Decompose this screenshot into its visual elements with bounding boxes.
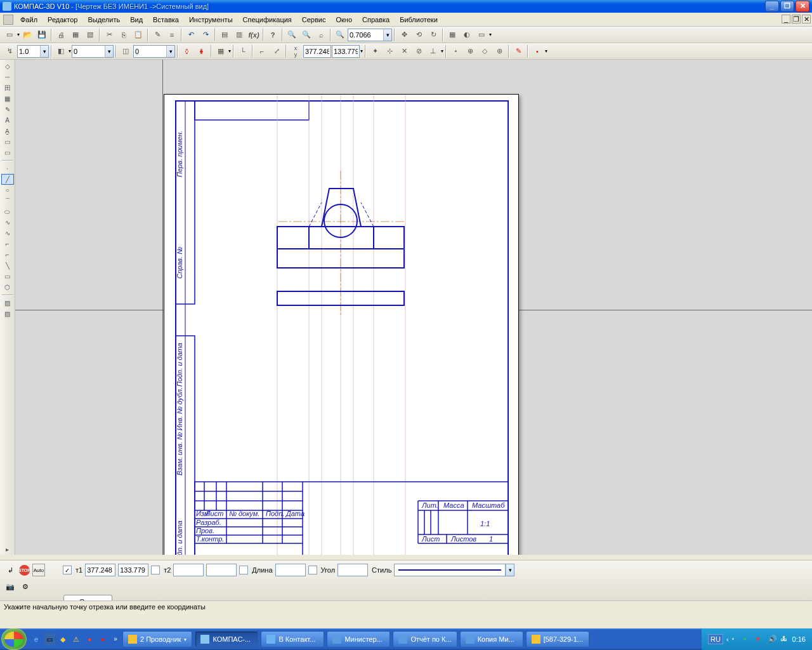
drawing-canvas[interactable]: Перв. примен. Справ. № Подп. и дата Взам… [15,60,812,555]
t1-x-input[interactable] [85,564,115,576]
dropdown-arrow-icon[interactable]: ▾ [105,45,114,58]
preview-button[interactable]: ▦ [69,28,82,42]
magnet-on-icon[interactable]: ⧲ [180,44,194,58]
menu-service[interactable]: Сервис [297,14,331,25]
apply-icon[interactable]: ↲ [4,564,16,576]
start-button[interactable] [1,628,27,650]
pan-button[interactable]: ✥ [397,28,411,42]
tray-volume-icon[interactable]: 🔊 [768,635,777,644]
close-button[interactable]: ✕ [796,1,809,12]
taskbar-item[interactable]: Министер... [327,631,390,647]
local-cs-button[interactable]: ⌐ [255,44,269,58]
help-button[interactable] [266,28,280,42]
minimize-button[interactable]: _ [765,1,779,12]
coord-x-input[interactable] [303,45,331,58]
t1-y-input[interactable] [118,564,148,576]
symbols-icon[interactable]: 田 [1,83,14,93]
snap-center-icon[interactable]: ⊕ [463,44,477,58]
chamfer-tool-icon[interactable]: ⌐ [1,249,14,260]
ortho-button[interactable]: └ [236,44,250,58]
point-icon[interactable]: • [530,44,544,58]
geometry-icon[interactable]: ◇ [1,61,14,72]
snap-node-icon[interactable]: ✦ [368,44,382,58]
menu-spec[interactable]: Спецификация [238,14,297,25]
line-tool-icon[interactable]: ╱ [1,174,14,185]
mdi-restore-icon[interactable]: ❐ [792,15,801,23]
shade-icon[interactable]: ◐ [460,28,474,42]
undo-button[interactable] [184,28,198,42]
snap-tan-icon[interactable]: ⊘ [412,44,426,58]
dims-icon[interactable]: ─ [1,72,14,83]
language-indicator[interactable]: RU [708,634,723,644]
menu-editor[interactable]: Редактор [43,14,82,25]
magnet-off-icon[interactable]: ⧳ [195,44,209,58]
taskbar-item[interactable]: 2 Проводник▾ [122,631,192,647]
taskbar-item[interactable]: В Контакт... [261,631,324,647]
ql-desktop-icon[interactable]: ▭ [44,633,55,646]
menu-tools[interactable]: Инструменты [184,14,238,25]
refresh-button[interactable]: ↻ [426,28,440,42]
props-button[interactable]: ✎ [150,28,164,42]
select-icon[interactable]: A̱ [1,126,14,136]
coord-y-input[interactable] [332,45,360,58]
view-input[interactable] [72,45,105,58]
ql-expand-icon[interactable]: » [111,632,120,646]
menu-window[interactable]: Окно [331,14,357,25]
spec-icon[interactable]: ▭ [1,136,14,147]
measure-icon[interactable]: A [1,115,14,126]
menu-help[interactable]: Справка [357,14,395,25]
ql-ie-icon[interactable]: e [30,633,42,646]
stop-button[interactable]: STOP [19,565,30,576]
fillet-tool-icon[interactable]: ⌐ [1,239,14,249]
hatch2-tool-icon[interactable]: ▨ [1,308,14,319]
t2-y-input[interactable] [206,564,237,576]
layer-combo[interactable]: ▾ [133,45,175,58]
tray-icon-3[interactable]: ▾ [756,635,765,644]
tray-network-icon[interactable]: 🖧 [780,635,789,644]
copy-button[interactable] [117,28,131,42]
len-input[interactable] [275,564,306,576]
save-button[interactable] [35,28,49,42]
tray-expand-icon[interactable]: ‹ [726,635,729,643]
snap-mid-icon[interactable]: ⊹ [383,44,396,58]
taskbar-item[interactable]: [587-329-1... [526,631,589,647]
ql-app2-icon[interactable]: ⚠ [70,633,82,646]
snap-ext-icon[interactable]: ⊛ [492,44,506,58]
fx-button[interactable]: f(x) [247,28,261,42]
ang-check[interactable] [308,566,317,574]
expand-panel-icon[interactable]: ▸ [1,544,14,555]
t1-check[interactable]: ✓ [63,566,72,574]
step-combo[interactable]: ▾ [17,45,49,58]
tray-icon-1[interactable]: ▫ [732,635,741,644]
ellipse-tool-icon[interactable]: ⬭ [1,206,14,217]
zoom-in-button[interactable] [285,28,299,42]
arc-tool-icon[interactable]: ⌒ [1,196,14,206]
snap-button[interactable]: ⤢ [270,44,284,58]
wireframe-icon[interactable]: ▭ [475,28,488,42]
snap-int-icon[interactable]: ✕ [397,44,411,58]
len-check[interactable] [239,566,248,574]
cut-button[interactable] [102,28,116,42]
redo-button[interactable] [199,28,213,42]
menu-insert[interactable]: Вставка [148,14,184,25]
dropdown-arrow-icon[interactable]: ▾ [40,45,49,58]
auto-icon[interactable]: Auto [32,564,45,576]
snap-quad-icon[interactable]: ◇ [478,44,492,58]
spline2-tool-icon[interactable]: ∿ [1,228,14,239]
open-button[interactable] [20,28,34,42]
menu-select[interactable]: Выделить [82,14,125,25]
eraser-icon[interactable]: ✎ [511,44,525,58]
circle-tool-icon[interactable]: ○ [1,185,14,196]
aux-line-icon[interactable]: ╲ [1,260,14,271]
rotate-button[interactable]: ⟲ [412,28,426,42]
t2-check[interactable] [151,566,160,574]
settings-icon[interactable]: ⚙ [19,580,32,593]
dropdown-arrow-icon[interactable]: ▾ [166,45,175,58]
step-input[interactable] [17,45,40,58]
grid-toggle-button[interactable]: ▦ [214,44,228,58]
view-combo[interactable]: ▾ [72,45,114,58]
point-tool-icon[interactable]: · [1,163,14,174]
mgr-button[interactable]: ▥ [232,28,246,42]
mdi-close-icon[interactable]: ✕ [802,15,811,23]
paste-button[interactable] [131,28,145,42]
